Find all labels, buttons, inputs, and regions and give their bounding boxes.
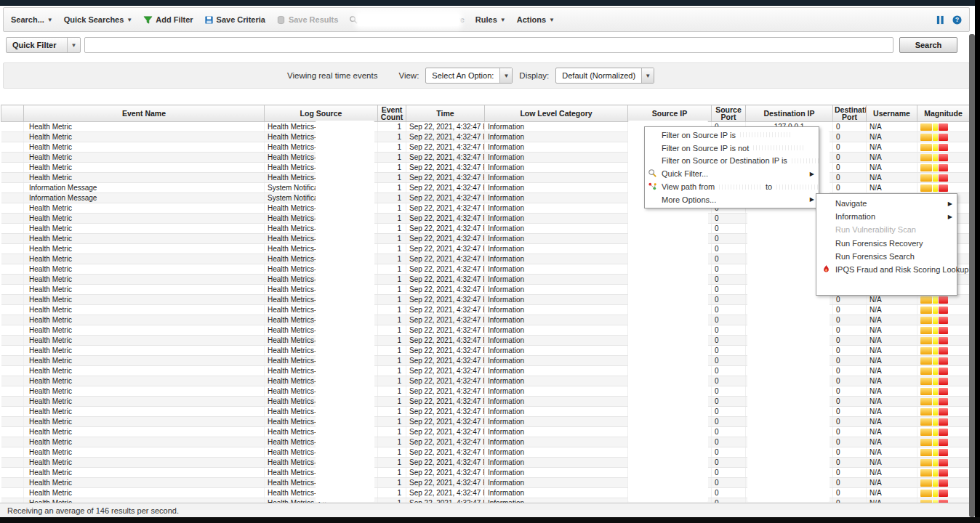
- magnitude-bar: [920, 468, 966, 477]
- magnitude-bar: [920, 173, 966, 182]
- help-button[interactable]: ?: [952, 15, 962, 25]
- redacted-value: [740, 132, 791, 137]
- magnitude-bar: [920, 315, 966, 325]
- column-header-log-source[interactable]: Log Source: [265, 105, 378, 122]
- view-select[interactable]: Select An Option: ▼: [425, 68, 513, 84]
- menu-item-label: More Options...: [662, 195, 716, 204]
- quick-searches-button[interactable]: Quick Searches▼: [64, 15, 132, 24]
- chevron-down-icon: ▼: [641, 68, 654, 83]
- viewing-status-text: Viewing real time events: [287, 71, 377, 80]
- filter-icon: [143, 15, 153, 25]
- quick-filter-bar: Quick Filter ▼ Search: [3, 36, 970, 57]
- column-header-blank: [1, 105, 24, 122]
- magnitude-bar: [920, 376, 966, 386]
- status-text: Receiving an average of 146 results per …: [0, 506, 179, 515]
- more-options-submenu: Navigate▶Information▶Run Vulnerability S…: [816, 193, 957, 296]
- magnitude-bar: [920, 183, 966, 192]
- quick-filter-input[interactable]: [84, 37, 893, 53]
- caret-down-icon: ▼: [549, 17, 555, 23]
- magnitude-bar: [920, 427, 966, 437]
- column-header-event-count[interactable]: Event Count: [378, 105, 406, 122]
- path-icon: [648, 182, 658, 192]
- column-header-event-name[interactable]: Event Name: [24, 105, 265, 122]
- menu-item-view-path[interactable]: View path fromto: [645, 180, 819, 193]
- menu-item-label: Run Forensics Search: [835, 252, 915, 261]
- save-criteria-label: Save Criteria: [217, 15, 265, 24]
- disk-icon: [276, 15, 286, 25]
- menu-item-label: Navigate: [835, 199, 867, 208]
- quick-filter-dropdown[interactable]: Quick Filter ▼: [6, 37, 81, 53]
- options-band: Viewing real time events View: Select An…: [3, 62, 970, 89]
- rules-label: Rules: [475, 15, 497, 24]
- menu-item-navigate[interactable]: Navigate▶: [816, 197, 957, 210]
- save-icon: [204, 15, 214, 25]
- magnitude-bar: [920, 366, 966, 376]
- magnitude-bar: [920, 407, 966, 416]
- redaction-log-source: [316, 121, 374, 502]
- menu-item-quick-filter[interactable]: Quick Filter...▶: [645, 167, 819, 180]
- redacted-value: [776, 185, 819, 190]
- menu-item-run-forensics-recovery[interactable]: Run Forensics Recovery: [816, 237, 957, 250]
- magnitude-bar: [920, 132, 966, 142]
- menu-item-label: IPQS Fraud and Risk Scoring Lookup: [835, 265, 968, 274]
- magnitude-bar: [920, 417, 966, 426]
- quick-searches-label: Quick Searches: [64, 15, 124, 24]
- column-header-destination-ip[interactable]: Destination IP: [746, 105, 833, 122]
- menu-item-label: Run Vulnerability Scan: [835, 225, 916, 234]
- submenu-arrow-icon: ▶: [810, 171, 814, 177]
- magnitude-bar: [920, 386, 966, 396]
- redacted-value: [753, 145, 804, 150]
- actions-label: Actions: [517, 15, 546, 24]
- menu-item-filter-source-ip-is-not[interactable]: Filter on Source IP is not: [645, 142, 819, 155]
- search-label: Search...: [11, 15, 44, 24]
- display-select-value: Default (Normalized): [556, 68, 641, 83]
- menu-item-ipqs-fraud-lookup[interactable]: IPQS Fraud and Risk Scoring Lookup: [816, 263, 957, 276]
- pause-button[interactable]: [936, 15, 945, 25]
- magnitude-bar: [920, 295, 966, 304]
- magnitude-bar: [920, 488, 966, 498]
- submenu-arrow-icon: ▶: [948, 200, 952, 207]
- redacted-value: [792, 158, 819, 163]
- magnitude-bar: [920, 447, 966, 457]
- column-header-source-ip[interactable]: Source IP: [628, 105, 712, 122]
- column-header-destinati-port[interactable]: Destinati Port: [833, 105, 867, 122]
- window-bottom-edge: [0, 517, 980, 523]
- save-criteria-button[interactable]: Save Criteria: [204, 15, 265, 25]
- menu-item-run-forensics-search[interactable]: Run Forensics Search: [816, 250, 957, 263]
- search-button[interactable]: Search: [899, 37, 957, 53]
- menu-item-label: Filter on Source or Destination IP is: [662, 156, 787, 165]
- menu-item-label: to: [766, 182, 772, 191]
- toolbar-redaction: [358, 14, 459, 26]
- add-filter-button[interactable]: Add Filter: [143, 15, 193, 25]
- submenu-arrow-icon: ▶: [810, 196, 814, 203]
- menu-item-more-options[interactable]: More Options...▶: [645, 193, 819, 206]
- menu-item-label: Filter on Source IP is: [662, 131, 736, 139]
- menu-item-label: View path from: [662, 182, 715, 191]
- magnitude-bar: [920, 163, 966, 172]
- column-header-source-port[interactable]: Source Port: [712, 105, 746, 122]
- window-right-edge: [975, 0, 980, 523]
- menu-item-filter-source-or-dest-ip[interactable]: Filter on Source or Destination IP is: [645, 155, 819, 168]
- main-toolbar: Search...▼Quick Searches▼Add FilterSave …: [3, 7, 970, 32]
- menu-item-information[interactable]: Information▶: [816, 210, 957, 223]
- save-results-label: Save Results: [289, 15, 338, 24]
- search-button[interactable]: Search...▼: [11, 15, 53, 24]
- column-header-magnitude[interactable]: Magnitude: [917, 105, 970, 122]
- column-header-username[interactable]: Username: [867, 105, 917, 122]
- magnitude-bar: [920, 336, 966, 345]
- rules-button[interactable]: Rules▼: [475, 15, 506, 24]
- display-label: Display:: [519, 71, 549, 80]
- magnitude-bar: [920, 397, 966, 406]
- menu-item-filter-source-ip-is[interactable]: Filter on Source IP is: [645, 129, 819, 142]
- actions-button[interactable]: Actions▼: [517, 15, 555, 24]
- event-row[interactable]: Health MetricHealth Metrics-2 ::1Sep 22,…: [1, 122, 970, 132]
- magnitude-bar: [920, 478, 966, 487]
- magnitude-bar: [920, 356, 966, 365]
- magnitude-bar: [920, 346, 966, 355]
- column-header-time[interactable]: Time: [406, 105, 485, 122]
- display-select[interactable]: Default (Normalized) ▼: [555, 68, 654, 84]
- caret-down-icon: ▼: [126, 17, 132, 23]
- vertical-scrollbar[interactable]: [969, 34, 975, 517]
- column-header-low-level-category[interactable]: Low Level Category: [485, 105, 628, 122]
- menu-item-label: Information: [835, 212, 875, 221]
